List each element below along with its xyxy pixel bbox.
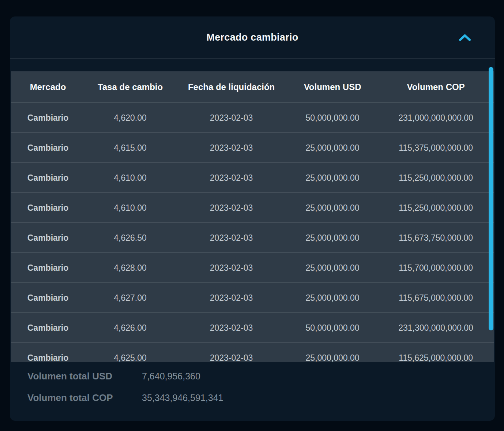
cell-volumen-cop: 115,250,000,000.00: [378, 163, 494, 193]
fx-table-body: Cambiario 4,620.00 2023-02-03 50,000,000…: [11, 103, 494, 362]
cell-volumen-usd: 25,000,000.00: [287, 163, 378, 193]
total-cop-label: Volumen total COP: [27, 392, 142, 404]
cell-fecha-de-liquidacion: 2023-02-03: [176, 133, 287, 163]
column-header-volumen-usd: Volumen USD: [287, 71, 378, 103]
cell-mercado: Cambiario: [11, 163, 85, 193]
cell-mercado: Cambiario: [11, 193, 85, 223]
cell-mercado: Cambiario: [11, 133, 85, 163]
cell-tasa-de-cambio: 4,626.50: [85, 223, 176, 253]
total-usd-label: Volumen total USD: [27, 371, 142, 382]
cell-tasa-de-cambio: 4,620.00: [85, 103, 176, 133]
cell-volumen-cop: 231,000,000,000.00: [378, 103, 494, 133]
table-row: Cambiario 4,610.00 2023-02-03 25,000,000…: [11, 193, 494, 223]
cell-volumen-cop: 115,375,000,000.00: [378, 133, 494, 163]
fx-table-header: Mercado Tasa de cambio Fecha de liquidac…: [11, 71, 494, 103]
cell-volumen-cop: 115,250,000,000.00: [378, 193, 494, 223]
cell-tasa-de-cambio: 4,610.00: [85, 193, 176, 223]
cell-volumen-cop: 115,625,000,000.00: [378, 343, 494, 362]
cell-volumen-cop: 115,700,000,000.00: [378, 253, 494, 283]
cell-mercado: Cambiario: [11, 223, 85, 253]
cell-fecha-de-liquidacion: 2023-02-03: [176, 253, 287, 283]
cell-volumen-usd: 25,000,000.00: [287, 133, 378, 163]
table-row: Cambiario 4,620.00 2023-02-03 50,000,000…: [11, 103, 494, 133]
cell-volumen-usd: 25,000,000.00: [287, 343, 378, 362]
cell-fecha-de-liquidacion: 2023-02-03: [176, 223, 287, 253]
chevron-up-icon: [458, 34, 471, 42]
cell-volumen-usd: 50,000,000.00: [287, 313, 378, 343]
table-viewport[interactable]: Mercado Tasa de cambio Fecha de liquidac…: [11, 71, 494, 362]
cell-tasa-de-cambio: 4,628.00: [85, 253, 176, 283]
cell-mercado: Cambiario: [11, 343, 85, 362]
cell-fecha-de-liquidacion: 2023-02-03: [176, 283, 287, 313]
cell-fecha-de-liquidacion: 2023-02-03: [176, 193, 287, 223]
cell-volumen-cop: 115,673,750,000.00: [378, 223, 494, 253]
table-row: Cambiario 4,628.00 2023-02-03 25,000,000…: [11, 253, 494, 283]
totals-footer: Volumen total USD 7,640,956,360 Volumen …: [27, 371, 223, 404]
cell-volumen-usd: 25,000,000.00: [287, 223, 378, 253]
table-row: Cambiario 4,610.00 2023-02-03 25,000,000…: [11, 163, 494, 193]
table-row: Cambiario 4,626.00 2023-02-03 50,000,000…: [11, 313, 494, 343]
table-row: Cambiario 4,626.50 2023-02-03 25,000,000…: [11, 223, 494, 253]
cell-fecha-de-liquidacion: 2023-02-03: [176, 163, 287, 193]
cell-tasa-de-cambio: 4,625.00: [85, 343, 176, 362]
total-usd-line: Volumen total USD 7,640,956,360: [27, 371, 223, 382]
total-usd-value: 7,640,956,360: [142, 371, 200, 382]
cell-tasa-de-cambio: 4,626.00: [85, 313, 176, 343]
column-header-fecha-de-liquidacion: Fecha de liquidación: [176, 71, 287, 103]
cell-tasa-de-cambio: 4,615.00: [85, 133, 176, 163]
column-header-mercado: Mercado: [11, 71, 85, 103]
cell-fecha-de-liquidacion: 2023-02-03: [176, 343, 287, 362]
collapse-button[interactable]: [457, 31, 473, 44]
card-title: Mercado cambiario: [206, 32, 298, 43]
cell-mercado: Cambiario: [11, 103, 85, 133]
column-header-volumen-cop: Volumen COP: [378, 71, 494, 103]
total-cop-value: 35,343,946,591,341: [142, 393, 223, 403]
cell-tasa-de-cambio: 4,610.00: [85, 163, 176, 193]
cell-mercado: Cambiario: [11, 253, 85, 283]
fx-table: Mercado Tasa de cambio Fecha de liquidac…: [11, 71, 494, 362]
cell-mercado: Cambiario: [11, 313, 85, 343]
cell-volumen-usd: 50,000,000.00: [287, 103, 378, 133]
cell-volumen-usd: 25,000,000.00: [287, 193, 378, 223]
cell-volumen-cop: 115,675,000,000.00: [378, 283, 494, 313]
cell-mercado: Cambiario: [11, 283, 85, 313]
cell-fecha-de-liquidacion: 2023-02-03: [176, 313, 287, 343]
table-row: Cambiario 4,627.00 2023-02-03 25,000,000…: [11, 283, 494, 313]
cell-volumen-cop: 231,300,000,000.00: [378, 313, 494, 343]
mercado-cambiario-card: Mercado cambiario Mercado Tasa de cambio: [10, 16, 495, 421]
cell-fecha-de-liquidacion: 2023-02-03: [176, 103, 287, 133]
cell-tasa-de-cambio: 4,627.00: [85, 283, 176, 313]
table-scrollbar-thumb[interactable]: [489, 67, 493, 330]
table-row: Cambiario 4,625.00 2023-02-03 25,000,000…: [11, 343, 494, 362]
table-row: Cambiario 4,615.00 2023-02-03 25,000,000…: [11, 133, 494, 163]
total-cop-line: Volumen total COP 35,343,946,591,341: [27, 392, 223, 404]
cell-volumen-usd: 25,000,000.00: [287, 283, 378, 313]
column-header-tasa-de-cambio: Tasa de cambio: [85, 71, 176, 103]
card-header: Mercado cambiario: [10, 16, 495, 59]
cell-volumen-usd: 25,000,000.00: [287, 253, 378, 283]
